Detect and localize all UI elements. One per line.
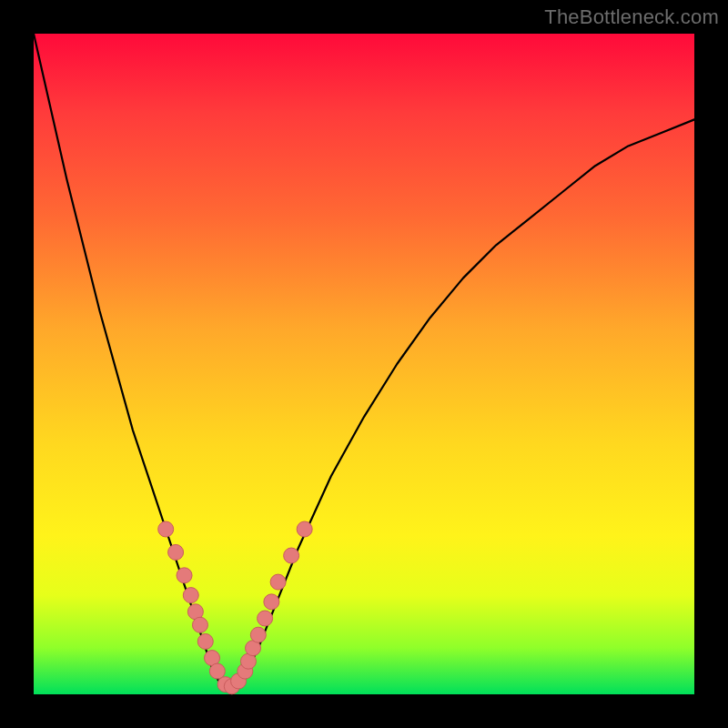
marker-dot [258, 611, 273, 626]
bottleneck-curve [34, 34, 694, 688]
marker-dot [197, 633, 213, 649]
marker-dot [183, 588, 198, 603]
marker-group [158, 521, 312, 694]
marker-dot [284, 548, 299, 563]
watermark-label: TheBottleneck.com [544, 5, 719, 29]
marker-dot [250, 627, 266, 642]
marker-dot [158, 521, 174, 537]
chart-frame: TheBottleneck.com [0, 0, 728, 728]
marker-dot [168, 544, 184, 560]
plot-area [34, 34, 694, 694]
marker-dot [270, 574, 286, 590]
marker-dot [209, 663, 225, 679]
curve-svg [34, 34, 694, 694]
marker-dot [297, 521, 312, 537]
marker-dot [192, 617, 207, 632]
marker-dot [177, 568, 192, 583]
marker-dot [264, 594, 279, 610]
